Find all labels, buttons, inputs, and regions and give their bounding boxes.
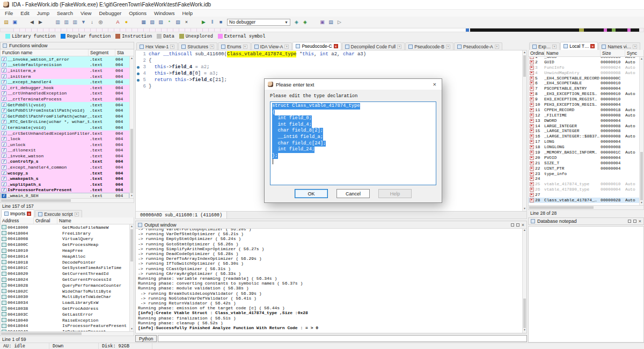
tab-close-icon[interactable]: ×: [495, 45, 499, 49]
toolbar-button[interactable]: ◀: [28, 18, 36, 26]
function-row[interactable]: _crt_debugger_hook .text 004: [1, 85, 129, 91]
functions-vscrollbar[interactable]: ▲ ▼: [129, 56, 134, 198]
type-row[interactable]: 27: [529, 192, 639, 198]
type-row[interactable]: 23 type_info: [529, 171, 639, 177]
toolbar-button[interactable]: ▣: [11, 18, 19, 26]
type-row[interactable]: 26 vtable_417890_type 00000004 Auto: [529, 187, 639, 192]
function-row[interactable]: wcscpy_s .text 004: [1, 170, 129, 176]
breakpoint-dot[interactable]: [136, 64, 140, 70]
type-row[interactable]: 28 Class_vtable_417874_… 00000028 Auto: [529, 198, 639, 203]
toolbar-button[interactable]: ■: [217, 18, 225, 26]
import-row[interactable]: 00418030 MultiByteToWideChar: [1, 294, 129, 300]
column-function-name[interactable]: Function name: [1, 49, 89, 56]
toolbar-button[interactable]: ◈: [292, 18, 301, 26]
toolbar-button[interactable]: ●: [122, 18, 130, 26]
import-row[interactable]: 0041800C GetProcessHeap: [1, 242, 129, 248]
toolbar-button[interactable]: ▧: [174, 18, 182, 26]
tab-close-icon[interactable]: ×: [170, 45, 174, 49]
type-declaration-editor[interactable]: struct Class_vtable_417874_type{ int fie…: [270, 101, 436, 185]
toolbar-button[interactable]: ▥: [62, 18, 70, 26]
dock-icon[interactable]: [628, 220, 631, 223]
toolbar-button[interactable]: ▤: [327, 18, 335, 26]
navigation-band[interactable]: [0, 28, 644, 32]
toolbar-button[interactable]: ▤: [2, 18, 10, 26]
import-row[interactable]: 00418000 GetModuleFileNameW: [1, 224, 129, 230]
column-address[interactable]: Address: [1, 217, 34, 224]
import-row[interactable]: 00418028 QueryPerformanceCounter: [1, 282, 129, 288]
dialog-close-icon[interactable]: ×: [431, 81, 438, 88]
toolbar-button[interactable]: [19, 18, 27, 26]
toolbar-button[interactable]: [131, 18, 139, 26]
toolbar-button[interactable]: [105, 18, 113, 26]
scroll-down-icon[interactable]: ▼: [130, 194, 134, 198]
view-tab[interactable]: Enums ×: [218, 42, 250, 50]
function-row[interactable]: _except_handler4_common .text 004: [1, 164, 129, 170]
toolbar-button[interactable]: ◈: [301, 18, 309, 26]
import-row[interactable]: 00418034 LoadLibraryExW: [1, 300, 129, 306]
function-row[interactable]: GetPdbDll(void) .text 004: [1, 102, 129, 108]
type-row[interactable]: 16 _LARGE_INTEGER::$8B37… 00000008 Auto: [529, 134, 639, 139]
view-tab[interactable]: Decompiled Code Full ×: [342, 42, 405, 50]
cancel-button[interactable]: Cancel: [336, 189, 370, 198]
tab-close-icon[interactable]: ×: [27, 212, 31, 216]
column-name[interactable]: Name: [545, 50, 601, 56]
ok-button[interactable]: OK: [295, 189, 328, 198]
function-row[interactable]: __except_handler4 .text 004: [1, 79, 129, 85]
function-row[interactable]: _wsplitpath_s .text 004: [1, 181, 129, 187]
type-row[interactable]: 2 GUID 00000010 Auto: [529, 60, 639, 65]
function-row[interactable]: __crtSetUnhandledExceptionFilter .text 0…: [1, 130, 129, 136]
menu-item[interactable]: Debugger: [95, 10, 125, 16]
scroll-thumb[interactable]: [130, 129, 133, 193]
current-location[interactable]: 00000A0D sub_411600:1 (411600): [136, 212, 227, 219]
python-command-input[interactable]: [158, 335, 527, 342]
type-row[interactable]: 15 _LARGE_INTEGER 00000008: [529, 128, 639, 134]
scroll-thumb[interactable]: [1, 199, 71, 202]
tab-close-icon[interactable]: ×: [633, 45, 637, 49]
toolbar-button[interactable]: ▶: [36, 18, 45, 26]
local-types-hscrollbar[interactable]: [528, 206, 644, 210]
help-button[interactable]: Help: [378, 189, 412, 198]
tab-close-icon[interactable]: ×: [284, 45, 289, 49]
import-row[interactable]: 00418004 FreeLibrary: [1, 230, 129, 236]
import-row[interactable]: 00418044 IsProcessorFeaturePresent: [1, 323, 129, 329]
close-icon[interactable]: ×: [639, 220, 641, 223]
toolbar-button[interactable]: ▷: [335, 18, 343, 26]
toolbar-button[interactable]: ▦: [140, 18, 148, 26]
output-log[interactable]: -> running VarDefForLoopOptimizer ( 56.2…: [136, 229, 526, 333]
menu-item[interactable]: Edit: [17, 10, 33, 16]
function-row[interactable]: _initterm .text 004: [1, 74, 129, 79]
toolbar-button[interactable]: [310, 18, 318, 26]
scroll-down-icon[interactable]: ▼: [640, 201, 643, 205]
pseudocode-vscrollbar[interactable]: ▲ ▼: [522, 50, 526, 211]
import-row[interactable]: 00418024 GetCurrentProcessId: [1, 277, 129, 282]
scroll-down-icon[interactable]: ▼: [130, 327, 134, 331]
import-row[interactable]: 00418010 HeapFree: [1, 248, 129, 253]
tab-close-icon[interactable]: ×: [397, 45, 401, 49]
column-segment[interactable]: Segment: [89, 49, 115, 56]
menu-item[interactable]: Options: [125, 10, 150, 16]
output-vscrollbar[interactable]: ▲ ▼: [522, 229, 526, 333]
toolbar-button[interactable]: ▶: [200, 18, 208, 26]
view-tab[interactable]: Hex View-1 ×: [136, 42, 178, 50]
function-row[interactable]: GetPdbDllPathFromFilePath(wchar_t cons… …: [1, 113, 129, 119]
function-row[interactable]: IsProcessorFeaturePresent .text 004: [1, 187, 129, 193]
toolbar-button[interactable]: ▥: [54, 18, 62, 26]
column-start[interactable]: Sta: [115, 49, 134, 56]
view-tab[interactable]: Pseudocode-A ×: [454, 42, 502, 50]
scroll-up-icon[interactable]: ▲: [640, 57, 643, 61]
imports-vscrollbar[interactable]: ▲ ▼: [129, 224, 134, 331]
scroll-up-icon[interactable]: ▲: [130, 56, 134, 61]
close-icon[interactable]: ×: [522, 223, 524, 227]
menu-item[interactable]: Windows: [150, 10, 179, 16]
view-tab[interactable]: IDA View-A ×: [251, 42, 292, 50]
view-tab[interactable]: Structures ×: [178, 42, 217, 50]
breakpoint-dot[interactable]: [136, 77, 140, 83]
toolbar-button[interactable]: ×: [182, 18, 191, 26]
scroll-up-icon[interactable]: ▲: [523, 229, 526, 233]
column-ordinal[interactable]: Ordinal: [529, 50, 545, 56]
tab-close-icon[interactable]: ×: [243, 45, 247, 49]
column-name[interactable]: Name: [57, 217, 134, 224]
menu-item[interactable]: View: [77, 10, 95, 16]
function-row[interactable]: terminate(void) .text 004: [1, 125, 129, 130]
toolbar-button[interactable]: ▣: [318, 18, 326, 26]
